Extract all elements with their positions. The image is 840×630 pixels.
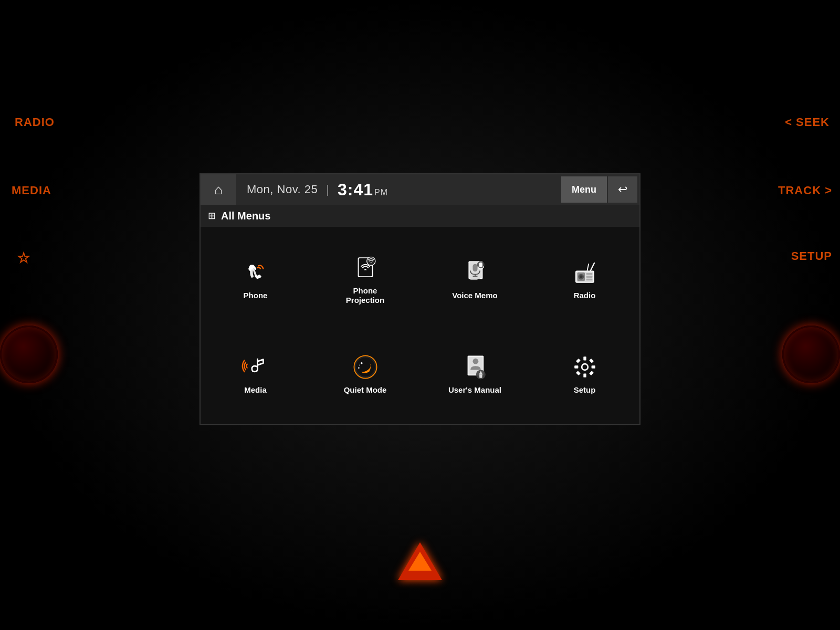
home-icon: ⌂ — [214, 182, 223, 198]
phone-projection-label: PhoneProjection — [346, 286, 384, 305]
svg-rect-42 — [575, 371, 580, 375]
users-manual-icon — [461, 353, 489, 381]
home-button[interactable]: ⌂ — [201, 174, 236, 205]
hazard-button[interactable] — [398, 542, 442, 580]
users-manual-label: User's Manual — [448, 385, 501, 395]
main-screen: ⌂ Mon, Nov. 25 | 3:41PM Menu ↩ ⊞ All Men… — [200, 173, 640, 425]
grid-icon: ⊞ — [208, 210, 216, 222]
track-label[interactable]: TRACK > — [778, 184, 832, 197]
svg-rect-36 — [583, 356, 586, 360]
svg-point-18 — [580, 275, 582, 278]
separator: | — [326, 183, 329, 196]
quiet-mode-label: Quiet Mode — [344, 385, 387, 395]
phone-projection-icon — [351, 254, 380, 282]
users-manual-menu-item[interactable]: User's Manual — [420, 327, 530, 421]
svg-rect-43 — [589, 371, 594, 375]
svg-rect-38 — [574, 365, 578, 368]
setup-icon — [571, 353, 599, 381]
all-menus-title: All Menus — [221, 210, 270, 222]
setup-label: Setup — [574, 385, 596, 395]
media-label: Media — [244, 385, 267, 395]
car-surround: RADIO MEDIA ☆ < SEEK TRACK > SETUP ⌂ Mon… — [0, 0, 840, 630]
seek-label[interactable]: < SEEK — [785, 116, 830, 129]
back-button[interactable]: ↩ — [608, 176, 637, 203]
svg-point-3 — [366, 257, 375, 265]
phone-projection-menu-item[interactable]: PhoneProjection — [310, 232, 420, 327]
quiet-mode-menu-item[interactable]: Quiet Mode — [310, 327, 420, 421]
svg-rect-41 — [589, 359, 594, 363]
svg-rect-12 — [479, 262, 482, 267]
date-time-display: Mon, Nov. 25 | 3:41PM — [236, 180, 561, 200]
header-buttons: Menu ↩ — [561, 176, 639, 203]
volume-knob[interactable] — [0, 326, 58, 383]
header-bar: ⌂ Mon, Nov. 25 | 3:41PM Menu ↩ — [201, 174, 639, 205]
svg-rect-40 — [575, 359, 580, 363]
svg-point-27 — [358, 367, 360, 369]
svg-rect-33 — [479, 374, 482, 377]
svg-point-28 — [359, 365, 360, 366]
voice-memo-icon — [461, 258, 489, 287]
svg-line-22 — [590, 263, 594, 270]
radio-menu-item[interactable]: Radio — [530, 232, 639, 327]
svg-rect-6 — [472, 264, 477, 271]
radio-label[interactable]: RADIO — [15, 116, 55, 129]
svg-point-31 — [472, 359, 478, 364]
quiet-mode-icon — [351, 353, 380, 381]
setup-label[interactable]: SETUP — [791, 249, 832, 263]
setup-menu-item[interactable]: Setup — [530, 327, 639, 421]
phone-icon — [242, 258, 270, 287]
phone-label: Phone — [244, 291, 268, 300]
svg-line-23 — [587, 264, 589, 271]
menu-grid: Phone PhoneProjectio — [201, 227, 639, 426]
media-label[interactable]: MEDIA — [12, 184, 51, 197]
favorites-button[interactable]: ☆ — [17, 249, 30, 267]
svg-rect-19 — [586, 273, 592, 275]
date-display: Mon, Nov. 25 — [247, 183, 318, 196]
media-icon — [242, 353, 270, 381]
voice-memo-label: Voice Memo — [452, 291, 497, 300]
svg-point-25 — [356, 358, 375, 376]
tune-knob[interactable] — [782, 326, 840, 383]
svg-point-35 — [582, 365, 587, 370]
menu-bar: ⊞ All Menus — [201, 205, 639, 227]
phone-menu-item[interactable]: Phone — [201, 232, 310, 327]
svg-rect-37 — [583, 374, 586, 377]
radio-icon — [571, 258, 599, 287]
svg-rect-21 — [586, 279, 592, 281]
svg-rect-20 — [586, 276, 592, 278]
menu-button[interactable]: Menu — [561, 176, 607, 203]
svg-rect-39 — [591, 365, 595, 368]
svg-point-26 — [361, 362, 363, 364]
time-display: 3:41PM — [338, 180, 388, 200]
radio-label: Radio — [574, 291, 596, 300]
voice-memo-menu-item[interactable]: Voice Memo — [420, 232, 530, 327]
media-menu-item[interactable]: Media — [201, 327, 310, 421]
